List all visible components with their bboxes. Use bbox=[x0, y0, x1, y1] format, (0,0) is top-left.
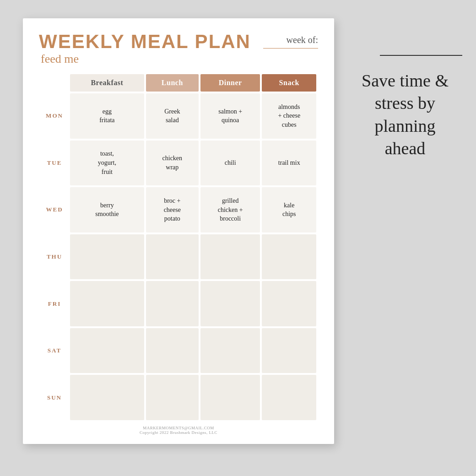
title-block: WEEKLY MEAL PLAN feed me bbox=[39, 32, 251, 66]
day-label-fri: FRI bbox=[41, 281, 68, 326]
meal-cell-sat-dinner[interactable] bbox=[200, 328, 260, 373]
meal-cell-sun-dinner[interactable] bbox=[200, 375, 260, 420]
tagline: Save time &stress byplanningahead bbox=[348, 70, 462, 160]
meal-cell-thu-dinner[interactable] bbox=[200, 234, 260, 280]
week-of-label: week of: bbox=[287, 35, 318, 45]
day-label-tue: TUE bbox=[41, 141, 68, 186]
footer-email: MARKERMOMENTS@GMAIL.COM bbox=[39, 426, 318, 430]
meal-cell-fri-dinner[interactable] bbox=[200, 281, 260, 326]
meal-cell-sun-snack[interactable] bbox=[262, 375, 316, 420]
doc-footer: MARKERMOMENTS@GMAIL.COM Copyright 2022 B… bbox=[39, 426, 318, 435]
day-label-mon: MON bbox=[41, 93, 68, 139]
week-of-line bbox=[263, 48, 318, 49]
col-header-lunch: Lunch bbox=[146, 74, 199, 92]
meal-cell-sat-lunch[interactable] bbox=[146, 328, 199, 373]
meal-cell-sat-breakfast[interactable] bbox=[70, 328, 144, 373]
meal-cell-fri-snack[interactable] bbox=[262, 281, 316, 326]
subtitle: feed me bbox=[41, 52, 251, 66]
col-header-snack: Snack bbox=[262, 74, 316, 92]
meal-cell-wed-dinner[interactable]: grilled chicken + broccoli bbox=[200, 187, 260, 233]
meal-cell-sun-lunch[interactable] bbox=[146, 375, 199, 420]
meal-cell-tue-breakfast[interactable]: toast, yogurt, fruit bbox=[70, 141, 144, 186]
right-panel: Save time &stress byplanningahead bbox=[343, 18, 462, 160]
meal-cell-mon-snack[interactable]: almonds + cheese cubes bbox=[262, 93, 316, 139]
meal-cell-tue-dinner[interactable]: chili bbox=[200, 141, 260, 186]
col-header-breakfast: Breakfast bbox=[70, 74, 144, 92]
meal-cell-wed-breakfast[interactable]: berry smoothie bbox=[70, 187, 144, 233]
footer-copyright: Copyright 2022 Brushmark Designs, LLC bbox=[39, 430, 318, 435]
doc-header: WEEKLY MEAL PLAN feed me week of: bbox=[39, 32, 318, 66]
meal-cell-sat-snack[interactable] bbox=[262, 328, 316, 373]
meal-cell-mon-dinner[interactable]: salmon + quinoa bbox=[200, 93, 260, 139]
meal-cell-sun-breakfast[interactable] bbox=[70, 375, 144, 420]
day-label-sat: SAT bbox=[41, 328, 68, 373]
col-header-dinner: Dinner bbox=[200, 74, 260, 92]
meal-cell-fri-breakfast[interactable] bbox=[70, 281, 144, 326]
main-title: WEEKLY MEAL PLAN bbox=[39, 32, 251, 51]
page-wrapper: WEEKLY MEAL PLAN feed me week of: Breakf… bbox=[0, 0, 476, 476]
meal-cell-mon-breakfast[interactable]: egg fritata bbox=[70, 93, 144, 139]
meal-cell-wed-lunch[interactable]: broc + cheese potato bbox=[146, 187, 199, 233]
meal-cell-thu-lunch[interactable] bbox=[146, 234, 199, 280]
meal-cell-thu-snack[interactable] bbox=[262, 234, 316, 280]
meal-table: Breakfast Lunch Dinner Snack MONegg frit… bbox=[39, 72, 318, 422]
meal-cell-mon-lunch[interactable]: Greek salad bbox=[146, 93, 199, 139]
meal-cell-tue-snack[interactable]: trail mix bbox=[262, 141, 316, 186]
meal-cell-tue-lunch[interactable]: chicken wrap bbox=[146, 141, 199, 186]
week-of-block: week of: bbox=[263, 35, 318, 49]
meal-cell-fri-lunch[interactable] bbox=[146, 281, 199, 326]
meal-cell-wed-snack[interactable]: kale chips bbox=[262, 187, 316, 233]
day-label-sun: SUN bbox=[41, 375, 68, 420]
day-label-wed: WED bbox=[41, 187, 68, 233]
decorative-line bbox=[380, 55, 462, 56]
meal-plan-document: WEEKLY MEAL PLAN feed me week of: Breakf… bbox=[23, 18, 334, 444]
meal-cell-thu-breakfast[interactable] bbox=[70, 234, 144, 280]
day-label-thu: THU bbox=[41, 234, 68, 280]
